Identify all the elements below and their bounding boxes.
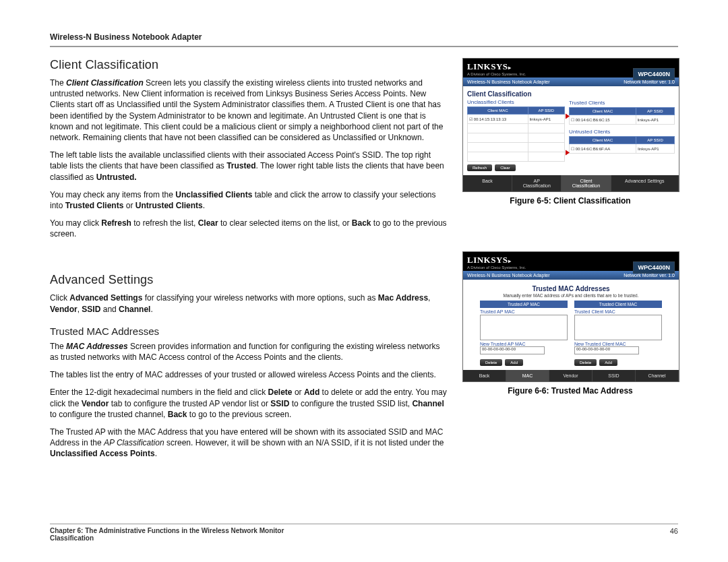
figure-6-5-screenshot: LINKSYS▸ A Division of Cisco Systems, In… xyxy=(462,58,679,192)
paragraph: Enter the 12-digit hexadecimal numbers i… xyxy=(50,387,450,420)
paragraph: The tables list the entry of MAC address… xyxy=(50,369,450,380)
untrusted-table: Client MACAP SSID ☐ 00:14:6C:B6:6F:AAlin… xyxy=(569,136,675,154)
figure-6-6-screenshot: LINKSYS▸ A Division of Cisco Systems, In… xyxy=(462,251,679,382)
new-trusted-client-mac-label: New Trusted Client MAC xyxy=(574,342,662,346)
header-rule xyxy=(50,46,678,47)
trusted-ap-mac-header: Trusted AP MAC xyxy=(480,301,568,308)
panel-bar-right: Network Monitor ver. 1.0 xyxy=(624,273,675,278)
trusted-label: Trusted Clients xyxy=(569,100,675,106)
arrow-right-icon xyxy=(566,113,570,119)
panel-bar-right: Network Monitor ver. 1.0 xyxy=(624,80,675,84)
section-title-trusted-mac: Trusted MAC Addresses xyxy=(50,325,450,337)
trusted-ap-mac-label: Trusted AP MAC xyxy=(480,309,568,314)
add-button[interactable]: Add xyxy=(599,359,617,366)
add-button[interactable]: Add xyxy=(505,359,523,366)
paragraph: The left table lists the available uncla… xyxy=(50,150,450,183)
tab-vendor[interactable]: Vendor xyxy=(549,370,593,381)
tab-client-classification[interactable]: Client Classification xyxy=(562,175,611,191)
delete-button[interactable]: Delete xyxy=(480,359,502,366)
trusted-client-mac-label: Trusted Client MAC xyxy=(574,309,662,314)
paragraph: You may click Refresh to refresh the lis… xyxy=(50,218,450,239)
page-number: 46 xyxy=(670,527,678,535)
tab-advanced-settings[interactable]: Advanced Settings xyxy=(611,175,679,191)
panel-bar-left: Wireless-N Business Notebook Adapter xyxy=(467,80,550,84)
footer-chapter: Chapter 6: The Administrative Functions … xyxy=(50,527,284,542)
model-badge: WPC4400N xyxy=(633,261,675,274)
trusted-table: Client MACAP SSID ☐ 00:14:6C:B6:6C:15lin… xyxy=(569,107,675,125)
trusted-client-mac-list xyxy=(574,315,662,340)
document-header: Wireless-N Business Notebook Adapter xyxy=(50,32,678,42)
section-title-client-classification: Client Classification xyxy=(50,58,450,72)
tab-mac[interactable]: MAC xyxy=(506,370,549,381)
untrusted-label: Untrusted Clients xyxy=(569,129,675,135)
footer-rule xyxy=(50,524,678,524)
figure-6-6-caption: Figure 6-6: Trusted Mac Address xyxy=(462,386,678,396)
paragraph: Click Advanced Settings for classifying … xyxy=(50,292,450,314)
paragraph: The MAC Addresses Screen provides inform… xyxy=(50,341,450,363)
panel-bar-left: Wireless-N Business Notebook Adapter xyxy=(467,273,550,278)
clear-button[interactable]: Clear xyxy=(495,164,515,171)
new-trusted-ap-mac-input[interactable]: 00-00-00-00-00-00 xyxy=(480,346,545,354)
paragraph: The Trusted AP with the MAC Address that… xyxy=(50,427,450,460)
paragraph: You may check any items from the Unclass… xyxy=(50,189,450,211)
arrow-right-icon xyxy=(566,150,570,156)
cc-title: Client Classification xyxy=(467,90,565,98)
mac-subtitle: Manually enter MAC address of APs and cl… xyxy=(467,293,675,298)
tab-back[interactable]: Back xyxy=(463,175,512,191)
paragraph: The Client Classification Screen lets yo… xyxy=(50,77,450,143)
new-trusted-ap-mac-label: New Trusted AP MAC xyxy=(480,342,568,346)
unclassified-table: Client MACAP SSID ☑ 00:14:15:13:13:13lin… xyxy=(467,106,565,162)
trusted-client-mac-header: Trusted Client MAC xyxy=(574,301,662,308)
refresh-button[interactable]: Refresh xyxy=(467,164,492,171)
model-badge: WPC4400N xyxy=(633,68,675,80)
trusted-ap-mac-list xyxy=(480,315,568,340)
mac-title: Trusted MAC Addresses xyxy=(467,285,675,292)
section-title-advanced-settings: Advanced Settings xyxy=(50,273,450,287)
new-trusted-client-mac-input[interactable]: 00-00-00-00-00-00 xyxy=(574,346,639,354)
tab-back[interactable]: Back xyxy=(463,370,506,381)
delete-button[interactable]: Delete xyxy=(574,359,597,366)
tab-channel[interactable]: Channel xyxy=(636,370,679,381)
tab-ssid[interactable]: SSID xyxy=(593,370,636,381)
figure-6-5-caption: Figure 6-5: Client Classification xyxy=(462,196,678,206)
tab-ap-classification[interactable]: AP Classification xyxy=(512,175,562,191)
unclassified-label: Unclassified Clients xyxy=(467,99,565,105)
